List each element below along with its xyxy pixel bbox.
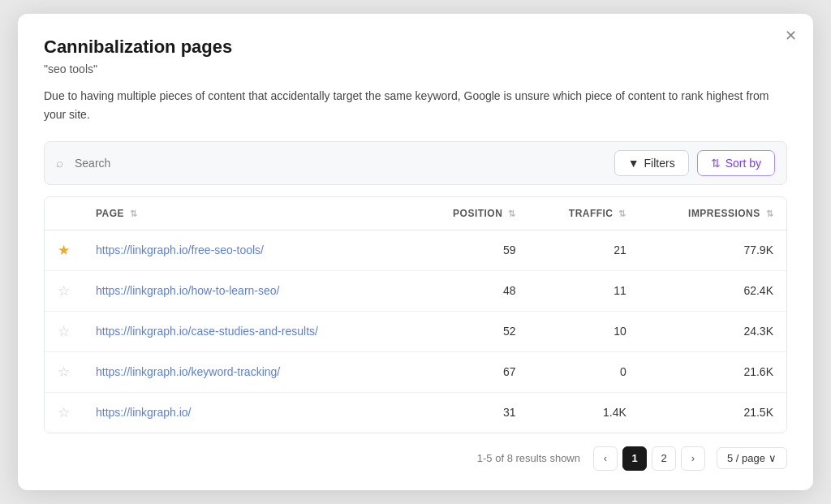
chevron-down-icon: ∨ (769, 452, 777, 464)
position-cell-0: 59 (411, 230, 529, 270)
sort-icon: ⇅ (711, 157, 721, 170)
impressions-cell-3: 21.6K (639, 351, 786, 392)
traffic-cell-2: 10 (529, 311, 639, 351)
position-cell-4: 31 (411, 392, 529, 433)
close-button[interactable]: ✕ (785, 28, 797, 43)
th-impressions[interactable]: IMPRESSIONS ⇅ (639, 197, 786, 230)
table-row: ☆ https://linkgraph.io/keyword-tracking/… (45, 351, 786, 392)
next-page-button[interactable]: › (681, 446, 705, 471)
page-link-0[interactable]: https://linkgraph.io/free-seo-tools/ (96, 243, 264, 256)
position-cell-1: 48 (411, 270, 529, 311)
modal-title: Cannibalization pages (44, 37, 787, 58)
filter-icon: ▼ (628, 157, 639, 170)
star-cell-4[interactable]: ☆ (45, 392, 83, 433)
toolbar: ⌕ ▼ Filters ⇅ Sort by (44, 141, 787, 185)
search-input[interactable] (75, 157, 606, 170)
page-link-1[interactable]: https://linkgraph.io/how-to-learn-seo/ (96, 284, 279, 297)
star-cell-0[interactable]: ★ (45, 230, 83, 270)
star-cell-2[interactable]: ☆ (45, 311, 83, 351)
star-filled-icon[interactable]: ★ (58, 243, 70, 258)
star-empty-icon[interactable]: ☆ (58, 283, 70, 299)
page-link-4[interactable]: https://linkgraph.io/ (96, 406, 192, 419)
sort-by-button[interactable]: ⇅ Sort by (697, 150, 775, 176)
modal-keyword: "seo tools" (44, 62, 787, 75)
th-traffic[interactable]: TRAFFIC ⇅ (529, 197, 639, 230)
impressions-sort-icon: ⇅ (766, 209, 773, 218)
table-row: ★ https://linkgraph.io/free-seo-tools/ 5… (45, 230, 786, 270)
impressions-cell-4: 21.5K (639, 392, 786, 433)
th-page[interactable]: PAGE ⇅ (83, 197, 411, 230)
traffic-cell-4: 1.4K (529, 392, 639, 433)
page-cell-4[interactable]: https://linkgraph.io/ (83, 392, 411, 433)
modal-container: ✕ Cannibalization pages "seo tools" Due … (18, 14, 813, 490)
table-row: ☆ https://linkgraph.io/how-to-learn-seo/… (45, 270, 786, 311)
pagination: 1-5 of 8 results shown ‹ 1 2 › 5 / page … (44, 446, 787, 471)
star-cell-3[interactable]: ☆ (45, 351, 83, 392)
th-position[interactable]: POSITION ⇅ (411, 197, 529, 230)
page-cell-2[interactable]: https://linkgraph.io/case-studies-and-re… (83, 311, 411, 351)
table-header-row: PAGE ⇅ POSITION ⇅ TRAFFIC ⇅ IMPRESSIONS … (45, 197, 786, 230)
per-page-selector[interactable]: 5 / page ∨ (717, 447, 787, 469)
position-sort-icon: ⇅ (508, 209, 515, 218)
page-1-button[interactable]: 1 (622, 446, 647, 471)
impressions-cell-2: 24.3K (639, 311, 786, 351)
page-link-3[interactable]: https://linkgraph.io/keyword-tracking/ (96, 365, 280, 378)
traffic-sort-icon: ⇅ (618, 209, 626, 218)
star-empty-icon[interactable]: ☆ (58, 405, 70, 420)
modal-description: Due to having multiple pieces of content… (44, 87, 787, 123)
position-cell-3: 67 (411, 351, 529, 392)
impressions-cell-1: 62.4K (639, 270, 786, 311)
page-cell-3[interactable]: https://linkgraph.io/keyword-tracking/ (83, 351, 411, 392)
table-row: ☆ https://linkgraph.io/case-studies-and-… (45, 311, 786, 351)
position-cell-2: 52 (411, 311, 529, 351)
page-sort-icon: ⇅ (130, 209, 137, 218)
traffic-cell-1: 11 (529, 270, 639, 311)
data-table: PAGE ⇅ POSITION ⇅ TRAFFIC ⇅ IMPRESSIONS … (44, 196, 787, 433)
impressions-cell-0: 77.9K (639, 230, 786, 270)
page-cell-0[interactable]: https://linkgraph.io/free-seo-tools/ (83, 230, 411, 270)
star-empty-icon[interactable]: ☆ (58, 324, 70, 339)
th-star (45, 197, 83, 230)
page-cell-1[interactable]: https://linkgraph.io/how-to-learn-seo/ (83, 270, 411, 311)
traffic-cell-0: 21 (529, 230, 639, 270)
page-2-button[interactable]: 2 (652, 446, 676, 471)
star-cell-1[interactable]: ☆ (45, 270, 83, 311)
filters-button[interactable]: ▼ Filters (614, 150, 689, 176)
pagination-summary: 1-5 of 8 results shown (477, 452, 580, 464)
per-page-label: 5 / page (727, 452, 765, 464)
star-empty-icon[interactable]: ☆ (58, 364, 70, 380)
page-link-2[interactable]: https://linkgraph.io/case-studies-and-re… (96, 325, 318, 338)
sort-by-label: Sort by (726, 157, 761, 170)
prev-page-button[interactable]: ‹ (593, 446, 618, 471)
table-row: ☆ https://linkgraph.io/ 31 1.4K 21.5K (45, 392, 786, 433)
traffic-cell-3: 0 (529, 351, 639, 392)
search-icon: ⌕ (56, 156, 63, 170)
filters-label: Filters (644, 157, 675, 170)
